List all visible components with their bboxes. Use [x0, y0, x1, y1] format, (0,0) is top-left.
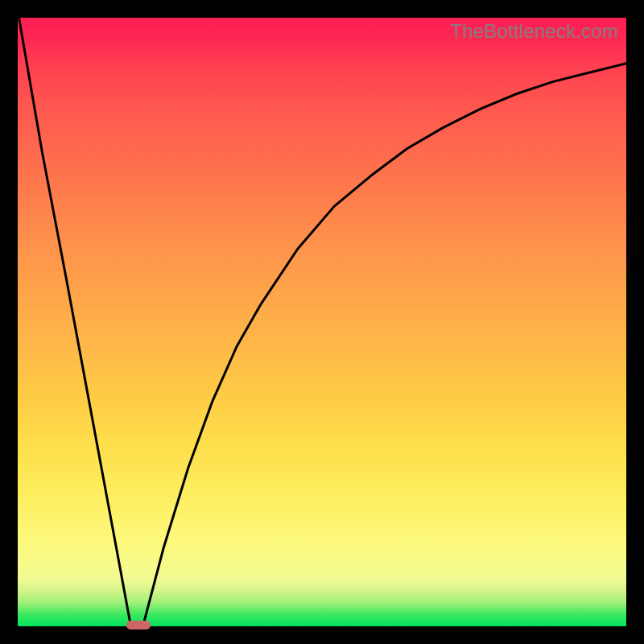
- plot-area: TheBottleneck.com: [18, 18, 626, 626]
- series-left-branch: [19, 18, 130, 623]
- minimum-marker: [126, 621, 150, 630]
- chart-container: TheBottleneck.com: [0, 0, 644, 644]
- chart-svg: [18, 18, 626, 626]
- series-right-branch: [143, 64, 626, 624]
